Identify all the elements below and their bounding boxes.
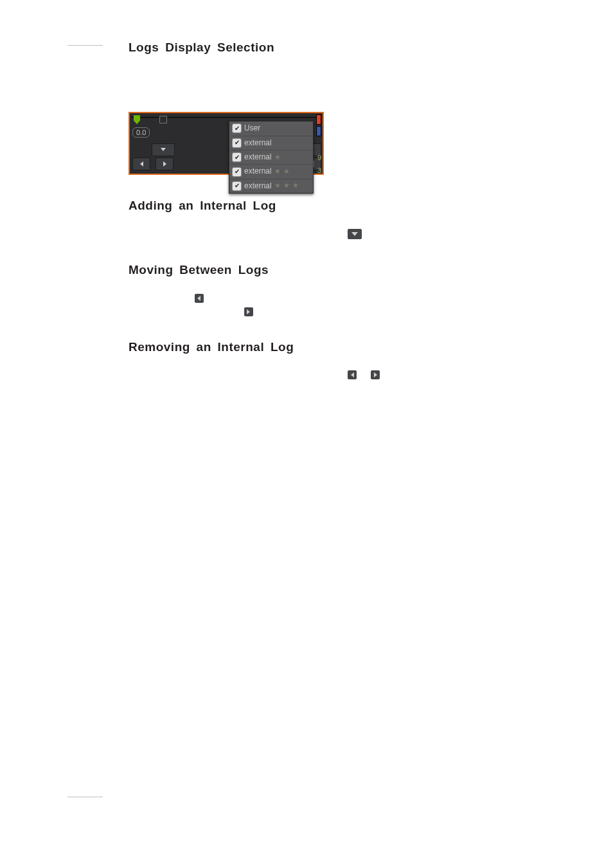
text-fragment: button. — [365, 226, 393, 236]
log-menu-item[interactable]: external ★ ★ ★ — [229, 179, 313, 193]
star-icon: ★ — [283, 181, 290, 191]
left-triangle-icon — [195, 294, 204, 303]
heading-moving: Moving Between Logs — [129, 261, 488, 279]
log-menu-item[interactable]: User — [229, 122, 313, 135]
checkbox-icon[interactable] — [232, 181, 242, 191]
log-menu-item[interactable]: external ★ ★ — [229, 164, 313, 178]
timeline-knob[interactable] — [159, 116, 167, 123]
time-value-chip[interactable]: 0.0 — [132, 127, 150, 138]
star-icon: ★ — [283, 167, 290, 177]
log-menu-label: User — [244, 123, 260, 134]
text-fragment: Move backward — [129, 291, 194, 301]
para-removing: Remove internal logs from the current ti… — [129, 366, 488, 392]
section-removing: Removing an Internal Log Remove internal… — [129, 338, 488, 393]
text-fragment: Remove internal logs from the current ti… — [129, 367, 347, 377]
edge-digit: 3 — [317, 166, 321, 176]
section-adding: Adding an Internal Log Add an internal l… — [129, 197, 488, 240]
heading-removing: Removing an Internal Log — [129, 338, 488, 356]
para-moving: Move backward through the internal logs … — [129, 289, 488, 316]
checkbox-icon[interactable] — [232, 167, 242, 177]
checkbox-icon[interactable] — [232, 152, 242, 162]
playhead-marker-icon[interactable] — [134, 115, 140, 124]
star-icon: ★ — [274, 167, 281, 177]
logs-display-ui: 0.0 [] — [129, 112, 324, 174]
footer-rule — [67, 797, 103, 797]
section-logs-display: Logs Display Selection Enable / disable … — [129, 39, 488, 175]
down-triangle-icon — [348, 229, 362, 239]
left-triangle-icon — [348, 370, 357, 379]
next-log-button[interactable] — [155, 158, 173, 170]
star-icon: ★ — [292, 181, 299, 191]
star-icon: ★ — [274, 181, 281, 191]
log-menu-label: external — [244, 166, 272, 177]
heading-logs-display: Logs Display Selection — [129, 39, 488, 57]
log-menu-label: external — [244, 138, 272, 149]
color-swatch[interactable] — [316, 126, 321, 136]
edge-digit: 9 — [317, 153, 321, 163]
log-menu-item[interactable]: external — [229, 136, 313, 150]
text-fragment: Add an internal log to the current timin… — [129, 226, 347, 236]
section-moving: Moving Between Logs Move backward throug… — [129, 261, 488, 316]
para-logs-display: Enable / disable the display of a specif… — [129, 67, 488, 93]
prev-log-button[interactable] — [132, 158, 150, 170]
star-icon: ★ — [274, 152, 281, 163]
add-log-button[interactable] — [152, 143, 175, 156]
log-menu-label: external — [244, 181, 272, 192]
para-adding: Add an internal log to the current timin… — [129, 224, 488, 239]
text-fragment: or — [360, 367, 370, 377]
checkbox-icon[interactable] — [232, 138, 242, 148]
log-visibility-menu[interactable]: User external external ★ external ★ ★ — [229, 121, 314, 194]
log-menu-label: external — [244, 152, 272, 163]
heading-adding: Adding an Internal Log — [129, 197, 488, 215]
color-swatch[interactable] — [316, 114, 321, 125]
text-fragment: . — [256, 304, 259, 314]
checkbox-icon[interactable] — [232, 123, 242, 133]
right-triangle-icon — [371, 370, 380, 379]
header-rule — [67, 45, 103, 46]
log-menu-item[interactable]: external ★ — [229, 150, 313, 164]
right-triangle-icon — [244, 307, 253, 316]
